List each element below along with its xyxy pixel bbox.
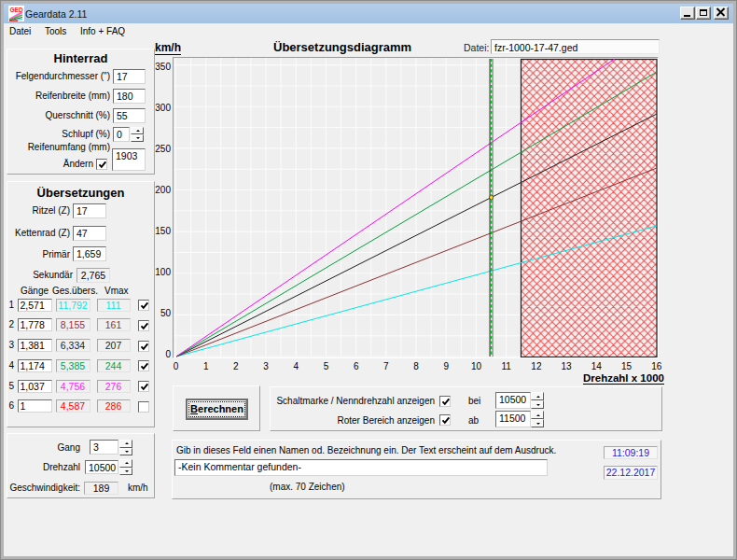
svg-text:GED: GED [10,7,23,13]
